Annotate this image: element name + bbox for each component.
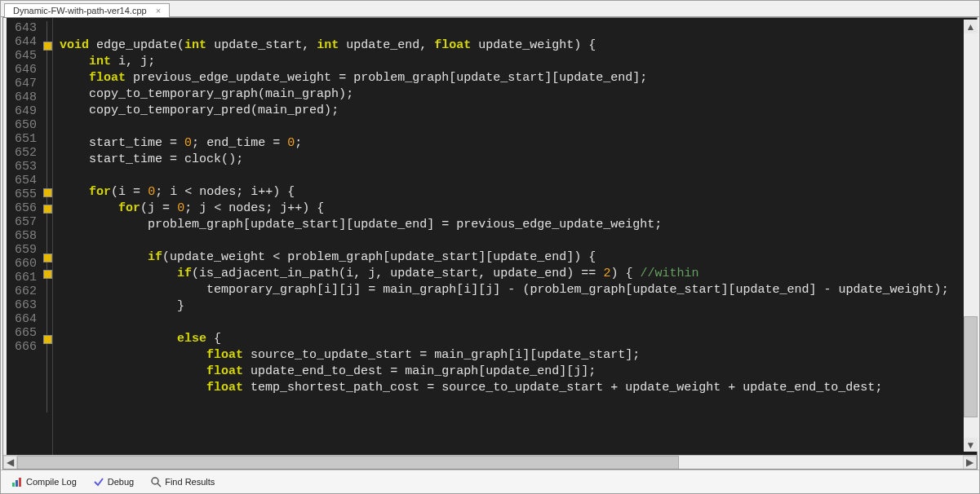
svg-line-4 (157, 483, 161, 487)
fold-marker (47, 119, 52, 135)
compile-log-tab[interactable]: Compile Log (6, 474, 82, 490)
tab-bar: Dynamic-FW-with-path-ver14.cpp × (1, 1, 979, 17)
fold-column[interactable] (42, 18, 53, 455)
fold-marker[interactable] (47, 331, 52, 347)
code-line[interactable] (60, 168, 977, 184)
fold-marker (47, 70, 52, 86)
code-line[interactable]: start_time = clock(); (60, 152, 977, 168)
svg-rect-2 (19, 478, 21, 487)
code-line[interactable]: float previous_edge_update_weight = prob… (60, 70, 977, 86)
fold-marker (47, 135, 52, 152)
line-number-gutter: 643 644 645 646 647 648 649 650 651 652 … (7, 18, 42, 455)
svg-point-3 (152, 478, 158, 484)
bottom-panel-tabs: Compile Log Debug Find Results (1, 470, 979, 493)
editor-viewport[interactable]: 643 644 645 646 647 648 649 650 651 652 … (3, 18, 977, 455)
file-tab[interactable]: Dynamic-FW-with-path-ver14.cpp × (4, 3, 170, 17)
fold-marker (47, 282, 52, 298)
fold-marker (47, 168, 52, 184)
code-line[interactable] (60, 21, 977, 37)
debug-tab[interactable]: Debug (87, 474, 140, 490)
code-line[interactable]: float source_to_update_start = main_grap… (60, 347, 977, 364)
fold-marker (47, 298, 52, 315)
code-line[interactable]: for(i = 0; i < nodes; i++) { (60, 184, 977, 201)
check-icon (93, 476, 104, 487)
code-line[interactable]: problem_graph[update_start][update_end] … (60, 217, 977, 233)
code-line[interactable] (60, 315, 977, 331)
horizontal-scrollbar[interactable]: ◀ ▶ (3, 455, 977, 469)
fold-marker (47, 21, 52, 37)
code-line[interactable]: int i, j; (60, 54, 977, 70)
fold-marker[interactable] (47, 249, 52, 266)
vertical-scrollbar[interactable]: ▲ ▼ (964, 20, 978, 452)
code-line[interactable]: else { (60, 331, 977, 347)
scroll-up-arrow-icon[interactable]: ▲ (964, 20, 978, 33)
editor: 643 644 645 646 647 648 649 650 651 652 … (2, 17, 978, 470)
hscroll-thumb[interactable] (17, 456, 679, 470)
code-area[interactable]: void edge_update(int update_start, int u… (53, 18, 977, 455)
scroll-left-arrow-icon[interactable]: ◀ (3, 456, 17, 470)
file-tab-label: Dynamic-FW-with-path-ver14.cpp (13, 6, 147, 15)
fold-marker (47, 347, 52, 364)
find-results-label: Find Results (165, 477, 215, 487)
vscroll-thumb[interactable] (964, 316, 978, 417)
fold-marker (47, 103, 52, 119)
code-line[interactable]: float update_end_to_dest = main_graph[up… (60, 364, 977, 380)
scroll-right-arrow-icon[interactable]: ▶ (963, 456, 977, 470)
fold-marker (47, 315, 52, 331)
fold-marker (47, 380, 52, 396)
svg-rect-1 (16, 480, 18, 487)
fold-marker (47, 233, 52, 249)
code-line[interactable] (60, 119, 977, 135)
svg-rect-0 (12, 483, 15, 487)
fold-marker (47, 86, 52, 103)
bar-chart-icon (11, 476, 23, 487)
fold-marker (47, 54, 52, 70)
fold-marker (47, 396, 52, 412)
code-line[interactable]: } (60, 298, 977, 315)
code-line[interactable] (60, 396, 977, 412)
fold-marker[interactable] (47, 266, 52, 282)
code-line[interactable]: void edge_update(int update_start, int u… (60, 37, 977, 54)
search-icon (150, 476, 162, 487)
hscroll-track[interactable] (17, 456, 963, 470)
code-line[interactable]: copy_to_temporary_graph(main_graph); (60, 86, 977, 103)
code-line[interactable]: temporary_graph[i][j] = main_graph[i][j]… (60, 282, 977, 298)
code-line[interactable]: copy_to_temporary_pred(main_pred); (60, 103, 977, 119)
code-line[interactable]: float temp_shortest_path_cost = source_t… (60, 380, 977, 396)
fold-marker (47, 217, 52, 233)
code-line[interactable]: start_time = 0; end_time = 0; (60, 135, 977, 152)
fold-marker[interactable] (47, 201, 52, 217)
code-line[interactable]: for(j = 0; j < nodes; j++) { (60, 201, 977, 217)
fold-marker (47, 152, 52, 168)
compile-log-label: Compile Log (26, 477, 77, 487)
fold-marker[interactable] (47, 37, 52, 54)
fold-marker[interactable] (47, 184, 52, 201)
fold-marker (47, 364, 52, 380)
debug-label: Debug (108, 477, 134, 487)
code-line[interactable]: if(is_adjacent_in_path(i, j, update_star… (60, 266, 977, 282)
scroll-down-arrow-icon[interactable]: ▼ (964, 438, 978, 452)
vscroll-track[interactable] (964, 33, 978, 438)
code-line[interactable] (60, 233, 977, 249)
close-icon[interactable]: × (156, 6, 161, 15)
find-results-tab[interactable]: Find Results (144, 474, 220, 490)
code-line[interactable]: if(update_weight < problem_graph[update_… (60, 249, 977, 266)
